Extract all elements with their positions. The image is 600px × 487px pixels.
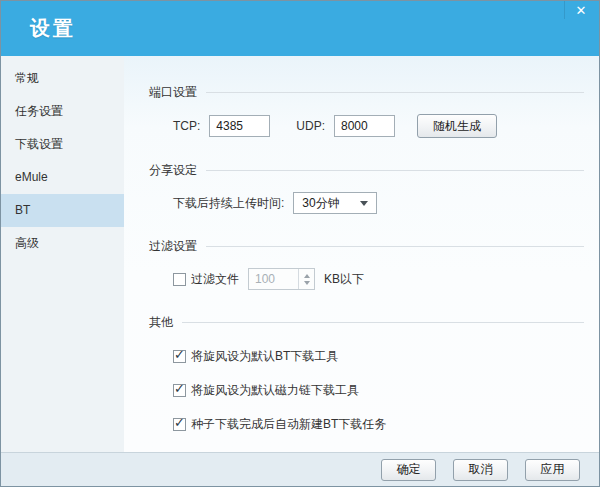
apply-button[interactable]: 应用 <box>525 459 580 481</box>
filter-size-value: 100 <box>249 269 298 289</box>
filter-files-checkbox[interactable] <box>173 273 186 286</box>
spinner-up-icon[interactable] <box>304 274 310 278</box>
ok-button[interactable]: 确定 <box>381 459 436 481</box>
section-other: 其他 ✓ 将旋风设为默认BT下载工具 ✓ 将旋风设为默认磁力链下载工具 ✓ 种子… <box>149 314 584 433</box>
default-magnet-tool-checkbox[interactable]: ✓ <box>173 384 186 397</box>
settings-content: 端口设置 TCP: UDP: 随机生成 分享设定 下载后持续 <box>124 56 599 452</box>
udp-port-input[interactable] <box>334 115 395 137</box>
sidebar-item-advanced[interactable]: 高级 <box>1 227 124 260</box>
section-title-other: 其他 <box>149 314 173 331</box>
filter-unit-label: KB以下 <box>324 271 364 288</box>
sidebar-item-emule[interactable]: eMule <box>1 161 124 194</box>
auto-create-bt-task-checkbox[interactable]: ✓ <box>173 418 186 431</box>
tcp-port-input[interactable] <box>209 115 270 137</box>
upload-time-value: 30分钟 <box>302 195 339 212</box>
section-share-settings: 分享设定 下载后持续上传时间: 30分钟 <box>149 162 584 214</box>
section-divider <box>206 92 584 93</box>
section-title-filter: 过滤设置 <box>149 238 197 255</box>
spinner-down-icon[interactable] <box>304 281 310 285</box>
tcp-label: TCP: <box>173 119 200 133</box>
check-icon: ✓ <box>174 348 185 362</box>
settings-sidebar: 常规 任务设置 下载设置 eMule BT 高级 <box>1 56 124 452</box>
auto-create-bt-task-label[interactable]: 种子下载完成后自动新建BT下载任务 <box>191 416 386 433</box>
udp-label: UDP: <box>296 119 325 133</box>
section-divider <box>206 170 584 171</box>
default-magnet-tool-label[interactable]: 将旋风设为默认磁力链下载工具 <box>191 382 359 399</box>
sidebar-item-task-settings[interactable]: 任务设置 <box>1 95 124 128</box>
page-title: 设置 <box>30 15 76 42</box>
filter-size-spinner[interactable]: 100 <box>248 268 315 290</box>
default-bt-tool-checkbox[interactable]: ✓ <box>173 350 186 363</box>
section-title-share: 分享设定 <box>149 162 197 179</box>
settings-dialog: 设置 ✕ 常规 任务设置 下载设置 eMule BT 高级 端口设置 TCP: <box>0 0 600 487</box>
random-generate-button[interactable]: 随机生成 <box>417 114 497 138</box>
upload-time-dropdown[interactable]: 30分钟 <box>293 192 377 214</box>
default-bt-tool-label[interactable]: 将旋风设为默认BT下载工具 <box>191 348 338 365</box>
dialog-body: 常规 任务设置 下载设置 eMule BT 高级 端口设置 TCP: UDP: <box>1 56 599 452</box>
cancel-button[interactable]: 取消 <box>453 459 508 481</box>
check-icon: ✓ <box>174 416 185 430</box>
title-bar: 设置 ✕ <box>1 1 599 56</box>
close-separator <box>564 1 565 19</box>
upload-time-label: 下载后持续上传时间: <box>173 195 284 212</box>
sidebar-item-general[interactable]: 常规 <box>1 62 124 95</box>
section-title-port: 端口设置 <box>149 84 197 101</box>
section-divider <box>206 246 584 247</box>
sidebar-item-bt[interactable]: BT <box>1 194 124 227</box>
close-icon[interactable]: ✕ <box>570 2 592 20</box>
dialog-footer: 确定 取消 应用 <box>1 452 599 486</box>
check-icon: ✓ <box>174 382 185 396</box>
section-port-settings: 端口设置 TCP: UDP: 随机生成 <box>149 84 584 138</box>
filter-files-label[interactable]: 过滤文件 <box>191 271 239 288</box>
sidebar-item-download-settings[interactable]: 下载设置 <box>1 128 124 161</box>
chevron-down-icon <box>360 201 368 206</box>
spinner-arrows <box>298 269 314 289</box>
section-divider <box>182 322 584 323</box>
section-filter-settings: 过滤设置 过滤文件 100 KB以下 <box>149 238 584 290</box>
